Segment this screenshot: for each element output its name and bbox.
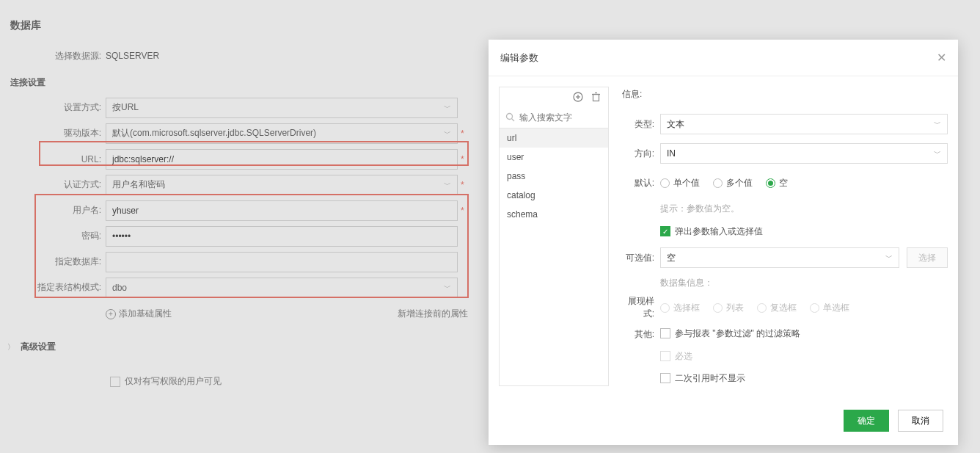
- param-list-panel: urluserpasscatalogschema: [499, 87, 609, 386]
- other-label: 其他:: [622, 328, 660, 341]
- options-choose-button[interactable]: 选择: [907, 247, 948, 268]
- chevron-down-icon: ﹀: [934, 148, 941, 159]
- delete-icon[interactable]: [590, 92, 601, 102]
- other-hide-checkbox[interactable]: 二次引用时不显示: [660, 372, 745, 385]
- param-detail-panel: 信息: 类型: 文本 ﹀ 方向: IN ﹀: [622, 87, 948, 404]
- svg-line-7: [512, 119, 515, 122]
- svg-point-6: [507, 114, 513, 120]
- type-select[interactable]: 文本 ﹀: [660, 114, 948, 134]
- cancel-button[interactable]: 取消: [898, 410, 943, 432]
- type-label: 类型:: [622, 118, 660, 131]
- default-multi-radio[interactable]: 多个值: [713, 177, 753, 189]
- close-icon[interactable]: ✕: [937, 51, 946, 65]
- style-radio-radio: 单选框: [810, 302, 849, 314]
- search-input[interactable]: [519, 112, 602, 123]
- style-label: 展现样式:: [622, 295, 660, 320]
- other-required-checkbox: 必选: [660, 350, 692, 363]
- param-list: urluserpasscatalogschema: [500, 128, 608, 385]
- param-item-pass[interactable]: pass: [500, 167, 608, 186]
- type-value: 文本: [667, 118, 684, 131]
- style-select-radio: 选择框: [660, 302, 700, 314]
- param-item-catalog[interactable]: catalog: [500, 186, 608, 205]
- style-list-radio: 列表: [713, 302, 744, 314]
- popup-checkbox[interactable]: ✓弹出参数输入或选择值: [660, 225, 763, 238]
- other-filter-checkbox[interactable]: 参与报表 "参数过滤" 的过滤策略: [660, 327, 800, 340]
- ok-button[interactable]: 确定: [844, 410, 889, 432]
- dir-value: IN: [667, 148, 676, 159]
- param-item-schema[interactable]: schema: [500, 205, 608, 224]
- default-empty-radio[interactable]: 空: [766, 177, 788, 189]
- param-item-user[interactable]: user: [500, 148, 608, 167]
- dataset-info: 数据集信息：: [660, 278, 713, 288]
- dir-select[interactable]: IN ﹀: [660, 143, 948, 164]
- options-value: 空: [667, 252, 676, 264]
- options-select[interactable]: 空 ﹀: [660, 247, 899, 268]
- options-label: 可选值:: [622, 252, 660, 264]
- info-label: 信息:: [622, 88, 948, 101]
- modal-title: 编辑参数: [500, 51, 538, 65]
- hint-text: 提示：参数值为空。: [660, 203, 739, 214]
- svg-rect-3: [593, 95, 599, 101]
- edit-param-modal: 编辑参数 ✕ urluserpasscatalogschema 信息:: [489, 40, 958, 445]
- param-search[interactable]: [500, 106, 608, 128]
- chevron-down-icon: ﹀: [885, 253, 893, 263]
- style-checkbox-radio: 复选框: [757, 302, 797, 314]
- search-icon: [505, 112, 515, 123]
- default-label: 默认:: [622, 177, 660, 189]
- default-single-radio[interactable]: 单个值: [660, 177, 700, 189]
- dir-label: 方向:: [622, 148, 660, 160]
- param-item-url[interactable]: url: [500, 128, 608, 148]
- modal-header: 编辑参数 ✕: [489, 40, 958, 76]
- chevron-down-icon: ﹀: [934, 119, 941, 129]
- add-icon[interactable]: [573, 92, 583, 102]
